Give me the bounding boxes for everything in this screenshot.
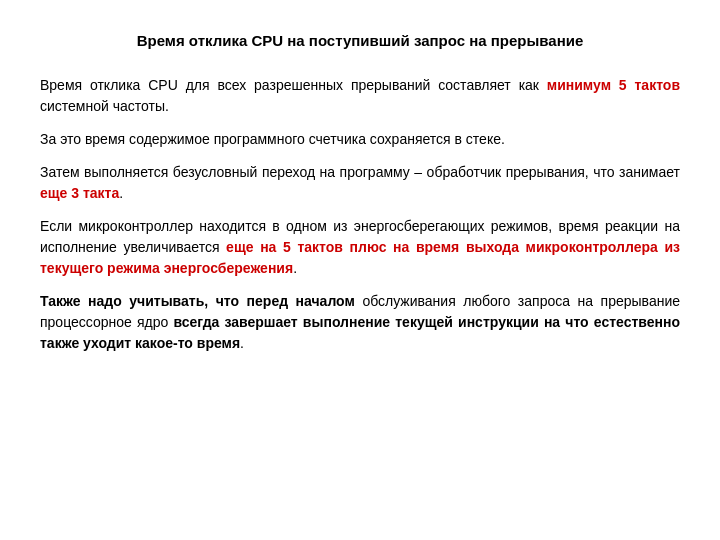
p4-text3: .	[293, 260, 297, 276]
page-container: Время отклика CPU на поступивший запрос …	[0, 0, 720, 540]
p5-text1: Также надо учитывать, что перед началом	[40, 293, 355, 309]
p1-text2: системной частоты.	[40, 98, 169, 114]
p4-highlight1: еще на 5 тактов	[226, 239, 343, 255]
paragraph-2: За это время содержимое программного сче…	[40, 129, 680, 150]
content-area: Время отклика CPU для всех разрешенных п…	[40, 75, 680, 354]
paragraph-3: Затем выполняется безусловный переход на…	[40, 162, 680, 204]
p3-text2: .	[119, 185, 123, 201]
p3-highlight1: еще 3 такта	[40, 185, 119, 201]
p4-text2	[343, 239, 350, 255]
paragraph-1: Время отклика CPU для всех разрешенных п…	[40, 75, 680, 117]
paragraph-5: Также надо учитывать, что перед началом …	[40, 291, 680, 354]
p2-text1: За это время содержимое программного сче…	[40, 131, 505, 147]
page-title: Время отклика CPU на поступивший запрос …	[40, 30, 680, 51]
p1-highlight1: минимум 5 тактов	[547, 77, 680, 93]
paragraph-4: Если микроконтроллер находится в одном и…	[40, 216, 680, 279]
p5-text3: .	[240, 335, 244, 351]
p3-text1: Затем выполняется безусловный переход на…	[40, 164, 680, 180]
p1-text1: Время отклика CPU для всех разрешенных п…	[40, 77, 547, 93]
